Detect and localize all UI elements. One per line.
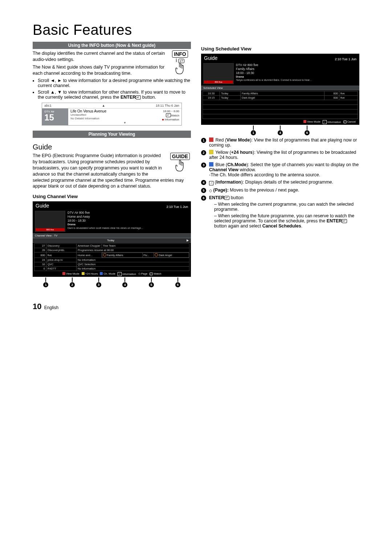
- guide-heading: Guide: [33, 143, 191, 151]
- red-square-icon: [209, 137, 213, 142]
- yellow-square-icon: [209, 150, 213, 154]
- footer: 10 English: [33, 302, 359, 311]
- hand-icon: [169, 62, 191, 78]
- page-arrow-icon: ◇: [209, 188, 212, 193]
- enter-icon: ↵: [136, 95, 141, 99]
- enter-icon: ↵: [224, 196, 229, 200]
- info-p2: The Now & Next guide shows daily TV prog…: [33, 64, 191, 77]
- info-p1: The display identifies the current chann…: [33, 50, 191, 63]
- info-button-label: INFO: [172, 50, 188, 58]
- guide-button-graphic: GUIDE: [169, 153, 191, 175]
- hand-icon: [169, 159, 191, 175]
- channel-view-box: Guide2:10 Tue 1 Jun 800 five DTV Air 800…: [33, 201, 191, 277]
- info-panel: abc1 ▲ 18:11 Thu 6 Jan DTV Air 15 Life O…: [42, 103, 182, 126]
- callout-notes: 1 Red (View Mode): View the list of prog…: [201, 137, 359, 230]
- guide-button-label: GUIDE: [170, 153, 190, 160]
- guide-p1: The EPG (Electronic Programme Guide) inf…: [33, 153, 191, 189]
- enter-icon: ↵: [342, 219, 347, 223]
- scheduled-view-box: Guide2:10 Tue 1 Jun 800 five DTV Air 800…: [201, 54, 359, 125]
- page-number: 10: [33, 302, 41, 311]
- page-title: Basic Features: [33, 22, 359, 38]
- info-bullet-1: Scroll ◄, ► to view information for a de…: [38, 78, 191, 88]
- using-channel-view-h: Using Channel View: [33, 194, 191, 199]
- blue-square-icon: [209, 162, 213, 167]
- section-bar-plan: Planning Your Viewing: [33, 131, 191, 138]
- section-bar-info: Using the INFO button (Now & Next guide): [33, 42, 191, 49]
- info-bullet-2: Scroll ▲, ▼ to view information for othe…: [38, 90, 191, 100]
- info-button-graphic: INFO i ≡?: [169, 50, 191, 78]
- footer-lang: English: [44, 305, 58, 310]
- using-scheduled-view-h: Using Scheduled View: [201, 46, 359, 52]
- info-i-icon: i: [209, 181, 213, 185]
